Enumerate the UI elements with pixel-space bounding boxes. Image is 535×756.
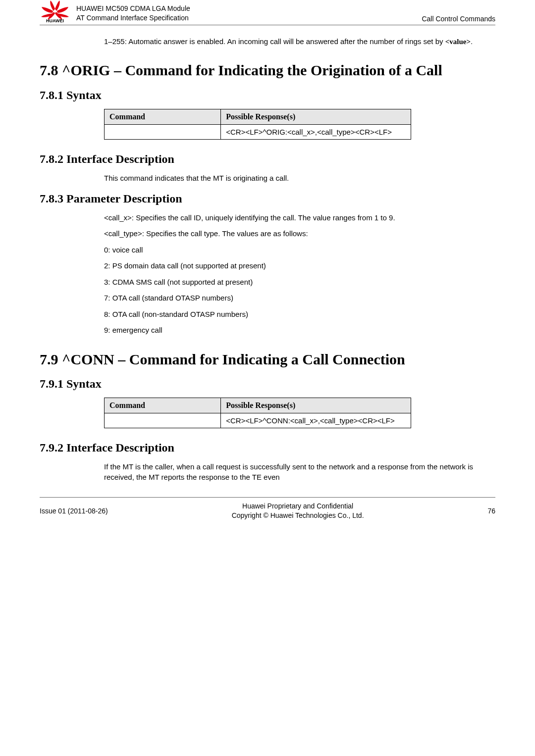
table-row: Command Possible Response(s) bbox=[105, 398, 411, 413]
page-footer: Issue 01 (2011-08-26) Huawei Proprietary… bbox=[40, 497, 495, 520]
intro-value: <value> bbox=[445, 38, 471, 46]
td-command bbox=[105, 124, 221, 139]
th-response: Possible Response(s) bbox=[221, 398, 411, 413]
iface-desc-78: This command indicates that the MT is or… bbox=[104, 173, 495, 183]
param-item: <call_type>: Specifies the call type. Th… bbox=[104, 228, 495, 240]
th-command: Command bbox=[105, 109, 221, 124]
td-response: <CR><LF>^CONN:<call_x>,<call_type><CR><L… bbox=[221, 413, 411, 428]
th-command: Command bbox=[105, 398, 221, 413]
subsection-7-8-3: 7.8.3 Parameter Description bbox=[40, 192, 495, 205]
subsection-7-8-1: 7.8.1 Syntax bbox=[40, 89, 495, 102]
table-row: Command Possible Response(s) bbox=[105, 109, 411, 124]
td-response: <CR><LF>^ORIG:<call_x>,<call_type><CR><L… bbox=[221, 124, 411, 139]
th-response: Possible Response(s) bbox=[221, 109, 411, 124]
header-line1: HUAWEI MC509 CDMA LGA Module bbox=[76, 4, 416, 13]
header-line2: AT Command Interface Specification bbox=[76, 13, 416, 23]
td-command bbox=[105, 413, 221, 428]
header-right: Call Control Commands bbox=[422, 15, 495, 23]
svg-text:HUAWEI: HUAWEI bbox=[46, 18, 64, 23]
param-item: 9: emergency call bbox=[104, 325, 495, 336]
intro-paragraph: 1–255: Automatic answer is enabled. An i… bbox=[104, 36, 495, 47]
param-item: 7: OTA call (standard OTASP numbers) bbox=[104, 293, 495, 304]
table-conn: Command Possible Response(s) <CR><LF>^CO… bbox=[104, 398, 411, 428]
section-7-9-title: 7.9 ^CONN – Command for Indicating a Cal… bbox=[40, 350, 495, 369]
subsection-7-9-2: 7.9.2 Interface Description bbox=[40, 441, 495, 454]
section-7-8-title: 7.8 ^ORIG – Command for Indicating the O… bbox=[40, 61, 495, 80]
intro-text: 1–255: Automatic answer is enabled. An i… bbox=[104, 37, 445, 46]
subsection-7-9-1: 7.9.1 Syntax bbox=[40, 377, 495, 391]
footer-issue: Issue 01 (2011-08-26) bbox=[40, 507, 108, 515]
huawei-logo: HUAWEI bbox=[40, 0, 70, 23]
footer-center-l2: Copyright © Huawei Technologies Co., Ltd… bbox=[108, 511, 488, 520]
param-item: 0: voice call bbox=[104, 245, 495, 256]
footer-center-l1: Huawei Proprietary and Confidential bbox=[108, 502, 488, 511]
subsection-7-8-2: 7.8.2 Interface Description bbox=[40, 152, 495, 166]
table-orig: Command Possible Response(s) <CR><LF>^OR… bbox=[104, 109, 411, 140]
param-item: <call_x>: Specifies the call ID, uniquel… bbox=[104, 212, 495, 224]
table-row: <CR><LF>^ORIG:<call_x>,<call_type><CR><L… bbox=[105, 124, 411, 139]
param-item: 8: OTA call (non-standard OTASP numbers) bbox=[104, 309, 495, 320]
param-list-78: <call_x>: Specifies the call ID, uniquel… bbox=[104, 212, 495, 336]
footer-center: Huawei Proprietary and Confidential Copy… bbox=[108, 502, 488, 520]
iface-desc-79: If the MT is the caller, when a call req… bbox=[104, 461, 495, 482]
header-title: HUAWEI MC509 CDMA LGA Module AT Command … bbox=[76, 4, 416, 23]
intro-tail: . bbox=[471, 37, 473, 46]
param-item: 2: PS domain data call (not supported at… bbox=[104, 260, 495, 272]
page-header: HUAWEI HUAWEI MC509 CDMA LGA Module AT C… bbox=[40, 0, 495, 25]
footer-page-number: 76 bbox=[487, 507, 495, 515]
table-row: <CR><LF>^CONN:<call_x>,<call_type><CR><L… bbox=[105, 413, 411, 428]
param-item: 3: CDMA SMS call (not supported at prese… bbox=[104, 277, 495, 288]
